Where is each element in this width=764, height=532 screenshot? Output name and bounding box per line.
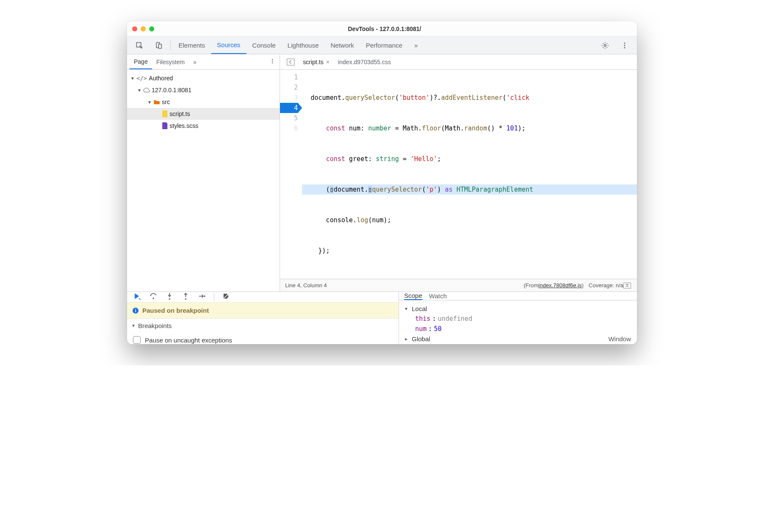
toggle-drawer-icon[interactable] (623, 283, 631, 289)
scss-file-icon (162, 122, 168, 129)
nav-tab-filesystem[interactable]: Filesystem (152, 54, 189, 69)
window-close-icon[interactable] (132, 26, 137, 31)
scope-num[interactable]: num: 50 (405, 324, 631, 334)
tab-network[interactable]: Network (325, 37, 360, 54)
step-into-icon[interactable] (165, 292, 174, 302)
tree-authored[interactable]: ▼ </> Authored (127, 72, 280, 84)
tree-folder-src[interactable]: ▼ src (127, 96, 280, 108)
debugger-toolbar (127, 292, 399, 303)
svg-point-13 (185, 298, 186, 300)
svg-point-12 (169, 298, 170, 300)
coverage-status: Coverage: n/a (589, 282, 623, 289)
separator (170, 41, 171, 50)
svg-point-9 (272, 62, 273, 63)
more-tabs[interactable]: » (408, 37, 424, 54)
tab-lighthouse[interactable]: Lighthouse (282, 37, 325, 54)
authored-icon: </> (136, 75, 147, 82)
settings-icon[interactable] (595, 37, 615, 54)
svg-point-4 (624, 42, 625, 44)
line-gutter[interactable]: 1 2 3 4 5 6 (280, 70, 302, 279)
titlebar: DevTools - 127.0.0.1:8081/ (127, 21, 637, 37)
scope-this[interactable]: this: undefined (405, 314, 631, 324)
deactivate-breakpoints-icon[interactable] (222, 292, 230, 302)
editor-pane: script.ts × index.d9703d55.css 1 2 3 4 5… (280, 54, 637, 291)
paused-banner: i Paused on breakpoint (127, 303, 399, 319)
tab-watch[interactable]: Watch (429, 292, 447, 300)
tab-performance[interactable]: Performance (360, 37, 408, 54)
cursor-position: Line 4, Column 4 (285, 282, 327, 289)
tree-file-styles[interactable]: styles.scss (127, 120, 280, 132)
close-tab-icon[interactable]: × (326, 59, 329, 65)
step-over-icon[interactable] (149, 292, 158, 302)
tree-host[interactable]: ▼ 127.0.0.1:8081 (127, 84, 280, 96)
svg-point-8 (272, 61, 273, 62)
tab-console[interactable]: Console (246, 37, 282, 54)
scope-panel: Scope Watch ▼Local this: undefined num: … (399, 292, 637, 344)
devtools-window: DevTools - 127.0.0.1:8081/ Elements Sour… (127, 21, 637, 344)
resume-icon[interactable] (133, 292, 141, 302)
tab-elements[interactable]: Elements (173, 37, 211, 54)
nav-tab-more[interactable]: » (189, 54, 201, 69)
file-tree: ▼ </> Authored ▼ 127.0.0.1:8081 ▼ src sc… (127, 70, 280, 291)
breakpoints-header[interactable]: ▼Breakpoints (127, 319, 399, 333)
code-content[interactable]: document.querySelector('button')?.addEve… (302, 70, 637, 279)
svg-rect-10 (287, 59, 294, 65)
toggle-navigator-icon[interactable] (283, 59, 299, 65)
main-tab-strip: Elements Sources Console Lighthouse Netw… (127, 37, 637, 54)
source-map-link[interactable]: index.7808df6e.js (538, 282, 582, 289)
editor-tab-active[interactable]: script.ts × (299, 59, 334, 65)
tree-file-script[interactable]: script.ts (127, 108, 280, 120)
debugger-left-panel: i Paused on breakpoint ▼Breakpoints Paus… (127, 292, 399, 344)
svg-point-5 (624, 45, 625, 46)
svg-point-14 (204, 295, 205, 297)
checkbox-unchecked-icon (133, 336, 141, 344)
svg-point-11 (153, 297, 154, 299)
svg-point-6 (624, 47, 625, 48)
nav-kebab-icon[interactable] (265, 58, 280, 65)
info-icon: i (132, 307, 139, 314)
kebab-menu-icon[interactable] (615, 37, 634, 54)
tab-sources[interactable]: Sources (211, 37, 246, 54)
ts-file-icon (162, 110, 168, 117)
svg-point-3 (604, 44, 606, 46)
scope-global[interactable]: ▶Global Window (405, 334, 631, 344)
svg-rect-2 (158, 44, 161, 48)
editor-status-bar: Line 4, Column 4 (From index.7808df6e.js… (280, 279, 637, 291)
device-icon[interactable] (149, 37, 169, 54)
nav-tab-page[interactable]: Page (130, 54, 152, 69)
tab-scope[interactable]: Scope (404, 292, 422, 300)
step-icon[interactable] (198, 292, 206, 302)
editor-tab-other[interactable]: index.d9703d55.css (334, 59, 395, 65)
folder-icon (153, 99, 160, 105)
step-out-icon[interactable] (181, 292, 190, 302)
window-title: DevTools - 127.0.0.1:8081/ (137, 25, 632, 32)
cloud-icon (143, 87, 150, 93)
inspect-icon[interactable] (130, 37, 149, 54)
separator (214, 293, 214, 301)
code-editor[interactable]: 1 2 3 4 5 6 document.querySelector('butt… (280, 70, 637, 279)
scope-local[interactable]: ▼Local (405, 304, 631, 314)
navigator-pane: Page Filesystem » ▼ </> Authored ▼ 127.0… (127, 54, 280, 291)
svg-point-7 (272, 59, 273, 60)
pause-uncaught-checkbox[interactable]: Pause on uncaught exceptions (133, 334, 399, 344)
svg-text:i: i (135, 308, 136, 313)
